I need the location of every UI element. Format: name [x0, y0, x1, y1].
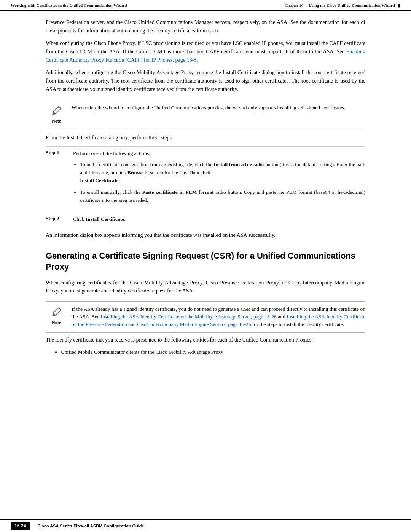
- paragraph-1: Presence Federation server, and the Cisc…: [46, 18, 365, 35]
- step-1-block: Step 1 Perform one of the following acti…: [46, 146, 365, 208]
- section-para-1: When configuring certificates for the Ci…: [46, 279, 365, 295]
- step-1-bullets: To add a certificate configuration from …: [80, 161, 365, 204]
- note-icon-2: [49, 305, 63, 319]
- bullet1-text-start: To add a certificate configuration from …: [80, 161, 214, 167]
- step-1-content: Perform one of the following actions: To…: [73, 150, 365, 208]
- footer-title: Cisco ASA Series Firewall ASDM Configura…: [38, 524, 144, 528]
- note-icon-col-1: Note: [46, 104, 67, 124]
- bullet1-bold3: Install Certificate: [80, 177, 119, 183]
- note2-text-end: for the steps to install the identity ce…: [251, 321, 344, 327]
- chapter-title: Using the Cisco Unified Communication Wi…: [309, 3, 395, 8]
- note-label-1: Note: [52, 118, 61, 124]
- note-text-2: If the ASA already has a signed identity…: [72, 305, 365, 329]
- para2-text-end: .: [196, 57, 198, 63]
- note2-link1[interactable]: Installing the ASA Identity Certificate …: [101, 314, 277, 320]
- step2-bold: Install Certificate: [86, 216, 124, 222]
- section-para-2: The identify certificate that you receiv…: [46, 336, 365, 344]
- step-1-bullet-1: To add a certificate configuration from …: [80, 161, 365, 185]
- note-icon-col-2: Note: [46, 305, 67, 326]
- note-text-1: When using the wizard to configure the U…: [72, 104, 365, 112]
- bullet1-bold2: Browse: [127, 169, 143, 175]
- bullet-list: Unified Mobile Communicator clients for …: [61, 348, 365, 356]
- bullet-list-item-0: Unified Mobile Communicator clients for …: [61, 348, 365, 356]
- step2-text-start: Click: [73, 216, 86, 222]
- section-heading: Generating a Certificate Signing Request…: [46, 251, 365, 272]
- step-2-content: Click Install Certificate.: [73, 216, 365, 224]
- step-2-block: Step 2 Click Install Certificate.: [46, 212, 365, 224]
- step-2-label: Step 2: [46, 216, 73, 222]
- from-install-cert: From the Install Certificate dialog box,…: [46, 134, 365, 142]
- para-after-steps: An information dialog box appears inform…: [46, 231, 365, 240]
- page-header: Working with Certificates in the Unified…: [0, 0, 411, 11]
- bullet1-text-end: .: [119, 177, 120, 183]
- page-number: 16-24: [11, 522, 30, 530]
- para2-text-start: When configuring the Cisco Phone Proxy, …: [46, 40, 365, 54]
- step-1-label: Step 1: [46, 150, 73, 156]
- paragraph-3: Additionally, when configuring the Cisco…: [46, 69, 365, 93]
- main-content: Presence Federation server, and the Cisc…: [0, 11, 411, 370]
- step-1-bullet-2: To enroll manually, click the Paste cert…: [80, 189, 365, 204]
- page-footer: 16-24 Cisco ASA Series Firewall ASDM Con…: [0, 519, 411, 532]
- paragraph-2: When configuring the Cisco Phone Proxy, …: [46, 39, 365, 64]
- header-chapter-info: Chapter 16 Using the Cisco Unified Commu…: [285, 3, 400, 8]
- bullet2-bold1: Paste certificate in PEM format: [142, 189, 214, 195]
- bullet1-text-mid2: to search for the file. Then click: [143, 169, 210, 175]
- note-block-2: Note If the ASA already has a signed ide…: [46, 301, 365, 333]
- step2-text-end: .: [124, 216, 125, 222]
- bullet1-bold1: Install from a file: [214, 161, 252, 167]
- bullet2-text-start: To enroll manually, click the: [80, 189, 142, 195]
- step-1-intro: Perform one of the following actions:: [73, 150, 150, 156]
- note-icon-1: [49, 104, 63, 118]
- note-label-2: Note: [52, 320, 61, 326]
- note2-text-mid: and: [277, 314, 287, 320]
- note-block-1: Note When using the wizard to configure …: [46, 100, 365, 128]
- chapter-label: Chapter 16: [285, 3, 304, 8]
- header-section-title: Working with Certificates in the Unified…: [11, 3, 127, 8]
